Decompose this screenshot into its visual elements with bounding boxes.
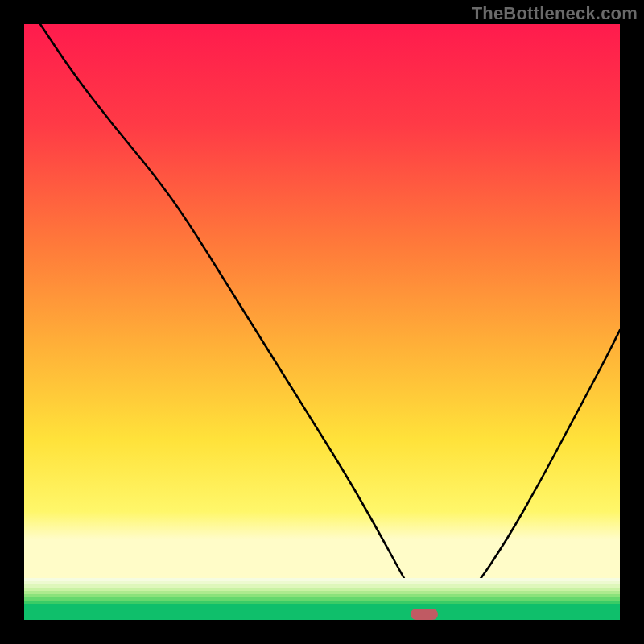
green-band-base (24, 604, 620, 620)
plot-svg (24, 24, 620, 620)
optimal-marker (411, 609, 438, 620)
plot-area (24, 24, 620, 620)
watermark-text: TheBottleneck.com (472, 3, 638, 24)
gradient-background (24, 24, 620, 578)
chart-frame: TheBottleneck.com (0, 0, 644, 644)
